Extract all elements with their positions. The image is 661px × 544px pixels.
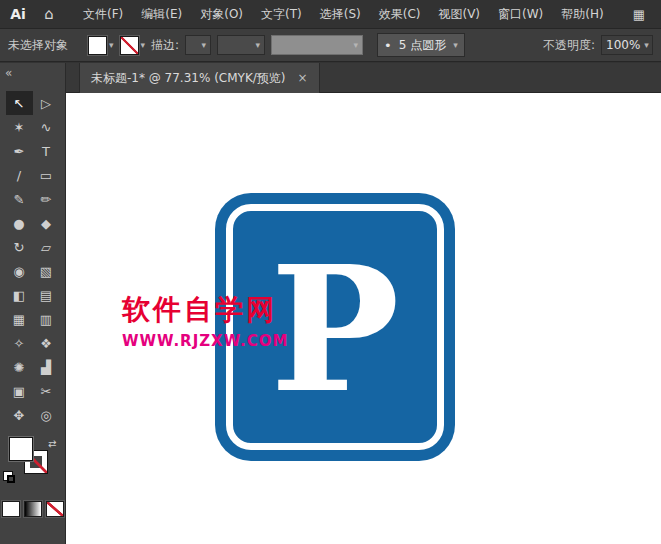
chevron-down-icon: ▾ <box>256 41 261 50</box>
chevron-down-icon: ▾ <box>109 41 114 50</box>
brush-name: 5 点圆形 <box>399 37 446 54</box>
pen-tool[interactable]: ✒ <box>6 139 33 163</box>
home-icon[interactable]: ⌂ <box>36 5 62 23</box>
fill-color-box[interactable] <box>9 437 33 461</box>
stroke-options-select[interactable]: ▾ <box>217 35 265 55</box>
watermark-site-url: WWW.RJZXW.COM <box>122 332 288 350</box>
menu-items: 文件(F)编辑(E)对象(O)文字(T)选择(S)效果(C)视图(V)窗口(W)… <box>74 0 613 28</box>
opacity-label: 不透明度: <box>543 37 595 54</box>
fill-color-control[interactable]: ▾ <box>88 36 114 55</box>
document-tab-title: 未标题-1* @ 77.31% (CMYK/预览) <box>91 70 286 87</box>
fill-swatch <box>88 36 107 55</box>
chevron-down-icon: ▾ <box>644 41 649 50</box>
perspective-grid-tool[interactable]: ▤ <box>33 283 60 307</box>
watermark-site-name: 软件自学网 <box>122 291 288 329</box>
menu-item-select[interactable]: 选择(S) <box>311 0 370 28</box>
direct-selection-tool[interactable]: ▷ <box>33 91 60 115</box>
chevron-down-icon: ▾ <box>453 41 458 50</box>
menu-bar: Ai ⌂ 文件(F)编辑(E)对象(O)文字(T)选择(S)效果(C)视图(V)… <box>0 0 661 29</box>
menu-item-type[interactable]: 文字(T) <box>252 0 311 28</box>
menu-item-edit[interactable]: 编辑(E) <box>132 0 191 28</box>
close-icon[interactable]: × <box>298 71 308 85</box>
artboard-canvas[interactable]: P 软件自学网 WWW.RJZXW.COM <box>66 93 661 544</box>
artboard-tool[interactable]: ▣ <box>6 379 33 403</box>
menu-item-view[interactable]: 视图(V) <box>429 0 489 28</box>
lasso-tool[interactable]: ∿ <box>33 115 60 139</box>
stroke-label: 描边: <box>151 37 179 54</box>
eyedropper-tool[interactable]: ✧ <box>6 331 33 355</box>
gradient-button[interactable] <box>24 501 42 517</box>
swap-fill-stroke-icon[interactable]: ⇄ <box>48 438 56 449</box>
workspace-switcher-icon[interactable]: ▦ <box>633 7 645 22</box>
menu-item-object[interactable]: 对象(O) <box>191 0 252 28</box>
rectangle-tool[interactable]: ▭ <box>33 163 60 187</box>
brush-definition-select[interactable]: • 5 点圆形 ▾ <box>377 33 465 57</box>
pencil-tool[interactable]: ✏ <box>33 187 60 211</box>
stroke-none-swatch <box>120 36 139 55</box>
color-mode-buttons <box>0 501 65 517</box>
mesh-tool[interactable]: ▦ <box>6 307 33 331</box>
selection-status: 未选择对象 <box>8 37 82 54</box>
line-segment-tool[interactable]: / <box>6 163 33 187</box>
control-bar: 未选择对象 ▾ ▾ 描边: ▾ ▾ ▾ • 5 点圆形 ▾ 不透明度: 100%… <box>0 29 661 62</box>
column-graph-tool[interactable]: ▟ <box>33 355 60 379</box>
blend-tool[interactable]: ❖ <box>33 331 60 355</box>
hand-tool[interactable]: ✥ <box>6 403 33 427</box>
collapse-panel-button[interactable]: « <box>0 63 65 91</box>
magic-wand-tool[interactable]: ✶ <box>6 115 33 139</box>
paintbrush-tool[interactable]: ✎ <box>6 187 33 211</box>
symbol-sprayer-tool[interactable]: ✺ <box>6 355 33 379</box>
document-tab-bar: 未标题-1* @ 77.31% (CMYK/预览) × <box>66 63 661 93</box>
document-tab[interactable]: 未标题-1* @ 77.31% (CMYK/预览) × <box>79 63 320 93</box>
scale-tool[interactable]: ▱ <box>33 235 60 259</box>
width-tool[interactable]: ◉ <box>6 259 33 283</box>
default-fill-stroke-icon[interactable] <box>3 471 17 485</box>
chevron-down-icon: ▾ <box>141 41 146 50</box>
slice-tool[interactable]: ✂ <box>33 379 60 403</box>
tools-grid: ↖▷✶∿✒T/▭✎✏●◆↻▱◉▧◧▤▦▥✧❖✺▟▣✂✥◎ <box>0 91 65 427</box>
watermark: 软件自学网 WWW.RJZXW.COM <box>122 291 288 350</box>
tools-panel: « ↖▷✶∿✒T/▭✎✏●◆↻▱◉▧◧▤▦▥✧❖✺▟▣✂✥◎ ⇄ <box>0 63 66 544</box>
variable-width-profile-select: ▾ <box>271 35 363 55</box>
fill-stroke-indicator: ⇄ <box>0 437 65 489</box>
color-button[interactable] <box>2 501 20 517</box>
menu-item-window[interactable]: 窗口(W) <box>489 0 552 28</box>
free-transform-tool[interactable]: ▧ <box>33 259 60 283</box>
menu-item-help[interactable]: 帮助(H) <box>552 0 612 28</box>
menu-item-effect[interactable]: 效果(C) <box>370 0 430 28</box>
menu-item-file[interactable]: 文件(F) <box>74 0 132 28</box>
gradient-tool[interactable]: ▥ <box>33 307 60 331</box>
eraser-tool[interactable]: ◆ <box>33 211 60 235</box>
chevron-down-icon: ▾ <box>354 41 359 50</box>
blob-brush-tool[interactable]: ● <box>6 211 33 235</box>
default-stroke-icon <box>7 475 15 483</box>
zoom-tool[interactable]: ◎ <box>33 403 60 427</box>
stroke-weight-select[interactable]: ▾ <box>185 35 211 55</box>
opacity-select[interactable]: 100% ▾ <box>601 35 653 55</box>
rotate-tool[interactable]: ↻ <box>6 235 33 259</box>
none-button[interactable] <box>46 501 64 517</box>
selection-tool[interactable]: ↖ <box>6 91 33 115</box>
shape-builder-tool[interactable]: ◧ <box>6 283 33 307</box>
opacity-value: 100% <box>606 38 640 52</box>
app-logo: Ai <box>0 6 36 22</box>
chevron-down-icon: ▾ <box>202 41 207 50</box>
brush-preview-icon: • <box>384 39 392 52</box>
stroke-color-control[interactable]: ▾ <box>120 36 146 55</box>
type-tool[interactable]: T <box>33 139 60 163</box>
